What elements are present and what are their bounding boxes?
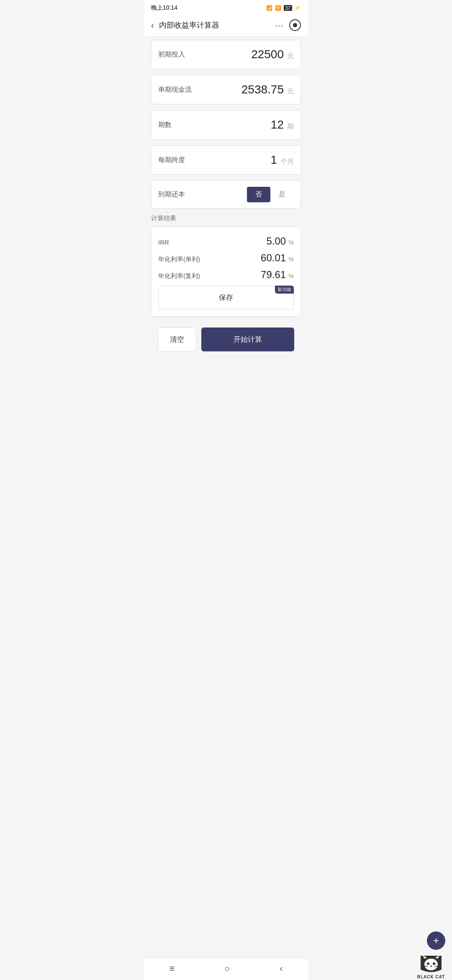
new-feature-badge: 新功能 <box>275 286 294 294</box>
periods-right: 12 期 <box>271 118 294 132</box>
annual-compound-value: 79.61 <box>261 269 286 280</box>
save-button-wrapper: 保存 新功能 <box>158 286 294 309</box>
annual-simple-value: 60.01 <box>261 252 286 263</box>
maturity-repay-toggle: 否 是 <box>247 187 294 202</box>
battery-indicator: 37 <box>284 5 292 11</box>
wifi-icon: 🛜 <box>275 5 281 11</box>
irr-label: IRR <box>158 239 169 246</box>
cash-flow-value: 2538.75 <box>241 83 284 96</box>
cash-flow-right: 2538.75 元 <box>241 83 294 96</box>
record-icon <box>293 23 297 27</box>
annual-simple-unit: % <box>289 256 294 263</box>
annual-simple-row: 年化利率(单利) 60.01 % <box>158 252 294 264</box>
irr-value-group: 5.00 % <box>266 235 294 247</box>
save-button[interactable]: 保存 <box>158 286 294 309</box>
record-button[interactable] <box>289 19 301 31</box>
status-icons: 📶 🛜 37 ⚡ <box>266 5 301 11</box>
clear-button[interactable]: 清空 <box>158 328 196 351</box>
maturity-repay-label: 到期还本 <box>158 190 185 199</box>
period-span-label: 每期跨度 <box>158 156 185 165</box>
initial-investment-value: 22500 <box>251 48 284 61</box>
cash-flow-unit: 元 <box>287 87 294 96</box>
annual-compound-unit: % <box>289 273 294 279</box>
more-menu-button[interactable]: ··· <box>275 21 283 30</box>
maturity-repay-yes-button[interactable]: 是 <box>270 187 294 202</box>
bottom-actions: 清空 开始计算 <box>151 322 301 356</box>
annual-compound-value-group: 79.61 % <box>261 269 294 281</box>
periods-label: 期数 <box>158 121 172 129</box>
initial-investment-right: 22500 元 <box>251 48 294 61</box>
irr-value: 5.00 <box>266 235 286 247</box>
app-header: ‹ 内部收益率计算器 ··· <box>144 14 308 36</box>
annual-compound-row: 年化利率(复利) 79.61 % <box>158 269 294 281</box>
period-span-right: 1 个月 <box>270 153 294 167</box>
main-content: 初期投入 22500 元 单期现金流 2538.75 元 期数 12 期 每期跨… <box>144 36 308 360</box>
results-card: IRR 5.00 % 年化利率(单利) 60.01 % 年化利率(复利) 79.… <box>151 227 301 317</box>
irr-unit: % <box>289 239 294 246</box>
annual-compound-label: 年化利率(复利) <box>158 272 200 280</box>
periods-row[interactable]: 期数 12 期 <box>151 110 301 139</box>
period-span-value: 1 <box>270 153 277 167</box>
header-actions: ··· <box>275 19 301 31</box>
periods-unit: 期 <box>287 122 294 131</box>
results-section-title: 计算结果 <box>151 214 301 222</box>
bolt-icon: ⚡ <box>295 5 301 11</box>
maturity-repay-row: 到期还本 否 是 <box>151 181 301 209</box>
irr-row: IRR 5.00 % <box>158 235 294 247</box>
initial-investment-row[interactable]: 初期投入 22500 元 <box>151 40 301 69</box>
back-button[interactable]: ‹ <box>151 21 154 30</box>
page-title: 内部收益率计算器 <box>159 20 275 30</box>
periods-value: 12 <box>271 118 284 132</box>
cash-flow-row[interactable]: 单期现金流 2538.75 元 <box>151 75 301 104</box>
calculate-button[interactable]: 开始计算 <box>201 328 294 351</box>
status-time: 晚上10:14 <box>151 4 177 12</box>
maturity-repay-no-button[interactable]: 否 <box>247 187 270 202</box>
initial-investment-label: 初期投入 <box>158 50 185 59</box>
annual-simple-label: 年化利率(单利) <box>158 255 200 263</box>
annual-simple-value-group: 60.01 % <box>261 252 294 264</box>
signal-icon: 📶 <box>266 5 272 11</box>
period-span-unit: 个月 <box>280 157 294 166</box>
initial-investment-unit: 元 <box>287 52 294 61</box>
period-span-row[interactable]: 每期跨度 1 个月 <box>151 145 301 175</box>
cash-flow-label: 单期现金流 <box>158 85 192 94</box>
status-bar: 晚上10:14 📶 🛜 37 ⚡ <box>144 0 308 14</box>
